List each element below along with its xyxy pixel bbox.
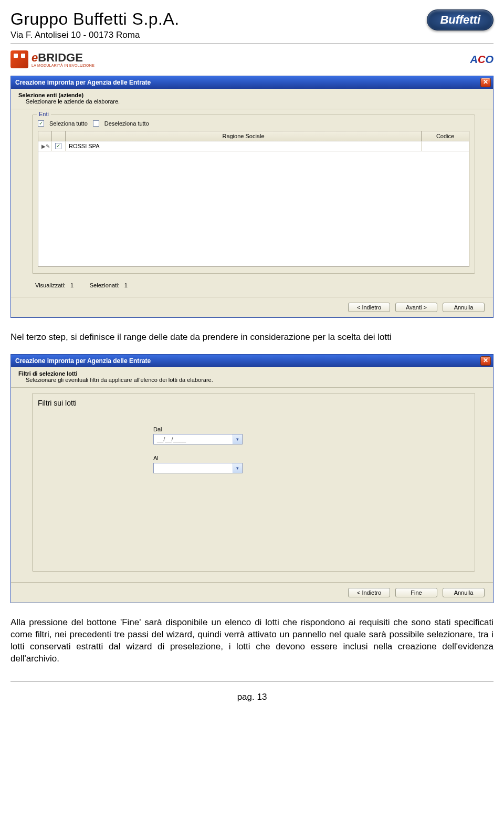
col-handle [38, 131, 52, 141]
titlebar: Creazione impronta per Agenzia delle Ent… [11, 76, 493, 89]
company-block: Gruppo Buffetti S.p.A. Via F. Antolisei … [10, 9, 180, 40]
ebridge-text: eBRIDGE LA MODULARITÀ IN EVOLUZIONE [32, 52, 94, 67]
cancel-button[interactable]: Annulla [443, 588, 485, 597]
enti-legend: Enti [37, 111, 51, 117]
dropdown-arrow-icon[interactable]: ▾ [233, 434, 242, 444]
ebridge-prefix: e [32, 51, 38, 64]
dialog-step3: Creazione impronta per Agenzia delle Ent… [10, 354, 494, 603]
grid-header: Ragione Sociale Codice [38, 131, 469, 141]
status-line: Visualizzati: 1 Selezionati: 1 [18, 279, 486, 292]
ebridge-main: BRIDGE [38, 51, 83, 64]
paragraph-step3-intro: Nel terzo step, si definisce il range de… [10, 332, 494, 344]
dialog-step2: Creazione impronta per Agenzia delle Ent… [10, 76, 494, 318]
col-codice[interactable]: Codice [422, 131, 469, 141]
filtri-fieldset: Filtri sui lotti Dal __/__/____ ▾ Al ▾ [32, 393, 475, 572]
next-button[interactable]: Avanti > [395, 303, 437, 312]
doc-footer: pag. 13 [10, 681, 494, 702]
finish-button[interactable]: Fine [395, 588, 437, 597]
dialog-heading: Filtri di selezione lotti [18, 370, 486, 377]
selezionati-value: 1 [124, 282, 128, 288]
deselect-all-checkbox[interactable] [93, 120, 99, 127]
aco-logo: ACO [470, 54, 494, 66]
window-title: Creazione impronta per Agenzia delle Ent… [15, 79, 151, 86]
dialog-buttons: < Indietro Avanti > Annulla [11, 297, 493, 317]
dal-value: __/__/____ [154, 436, 233, 442]
visualizzati-label: Visualizzati: [35, 282, 66, 288]
close-button[interactable]: ✕ [480, 78, 491, 87]
back-button[interactable]: < Indietro [348, 588, 390, 597]
ebridge-subtitle: LA MODULARITÀ IN EVOLUZIONE [32, 64, 94, 67]
back-button[interactable]: < Indietro [348, 303, 390, 312]
grid-row[interactable]: ▶✎ ✓ ROSSI SPA [38, 141, 469, 151]
select-all-checkbox[interactable]: ✓ [38, 120, 44, 127]
dialog-header: Filtri di selezione lotti Selezionare gl… [11, 367, 493, 387]
dialog-header: Selezione enti (aziende) Selezionare le … [11, 89, 493, 109]
ebridge-icon [10, 50, 28, 68]
close-button[interactable]: ✕ [480, 356, 491, 366]
dialog-subheading: Selezionare gli eventuali filtri da appl… [26, 377, 486, 383]
filtri-legend: Filtri sui lotti [38, 399, 77, 407]
dal-label: Dal [153, 426, 469, 432]
buffetti-logo: Buffetti [427, 9, 494, 30]
enti-fieldset: Enti ✓ Seleziona tutto Deseleziona tutto… [32, 115, 475, 274]
cancel-button[interactable]: Annulla [443, 303, 485, 312]
dialog-buttons: < Indietro Fine Annulla [11, 582, 493, 603]
al-label: Al [153, 455, 469, 461]
cell-ragione-sociale: ROSSI SPA [66, 141, 422, 151]
row-indicator-icon: ▶✎ [41, 143, 50, 149]
dialog-heading: Selezione enti (aziende) [18, 92, 486, 98]
window-title: Creazione impronta per Agenzia delle Ent… [15, 357, 151, 365]
al-datepicker[interactable]: ▾ [153, 463, 243, 473]
dropdown-arrow-icon[interactable]: ▾ [233, 463, 242, 473]
selezionati-label: Selezionati: [90, 282, 120, 288]
doc-header: Gruppo Buffetti S.p.A. Via F. Antolisei … [10, 9, 494, 44]
dal-datepicker[interactable]: __/__/____ ▾ [153, 434, 243, 444]
cell-codice [422, 141, 469, 151]
company-address: Via F. Antolisei 10 - 00173 Roma [10, 30, 180, 40]
col-check [52, 131, 66, 141]
select-all-label: Seleziona tutto [49, 120, 88, 127]
visualizzati-value: 1 [70, 282, 74, 288]
dialog-body: Enti ✓ Seleziona tutto Deseleziona tutto… [11, 109, 493, 297]
row-checkbox[interactable]: ✓ [55, 143, 61, 149]
logos-row: eBRIDGE LA MODULARITÀ IN EVOLUZIONE ACO [10, 50, 494, 68]
dialog-subheading: Selezionare le aziende da elaborare. [26, 98, 486, 105]
dal-row: Dal __/__/____ ▾ [153, 426, 469, 444]
page-number: pag. 13 [237, 692, 267, 702]
company-title: Gruppo Buffetti S.p.A. [10, 9, 180, 29]
grid-empty-area [38, 151, 469, 267]
al-row: Al ▾ [153, 455, 469, 473]
select-all-row: ✓ Seleziona tutto Deseleziona tutto [38, 120, 469, 127]
titlebar: Creazione impronta per Agenzia delle Ent… [11, 355, 493, 367]
deselect-all-label: Deseleziona tutto [104, 120, 149, 127]
paragraph-fine-explanation: Alla pressione del bottone 'Fine' sarà d… [10, 617, 494, 665]
ebridge-logo: eBRIDGE LA MODULARITÀ IN EVOLUZIONE [10, 50, 94, 68]
dialog-body: Filtri sui lotti Dal __/__/____ ▾ Al ▾ [11, 387, 493, 582]
col-ragione-sociale[interactable]: Ragione Sociale [66, 131, 422, 141]
